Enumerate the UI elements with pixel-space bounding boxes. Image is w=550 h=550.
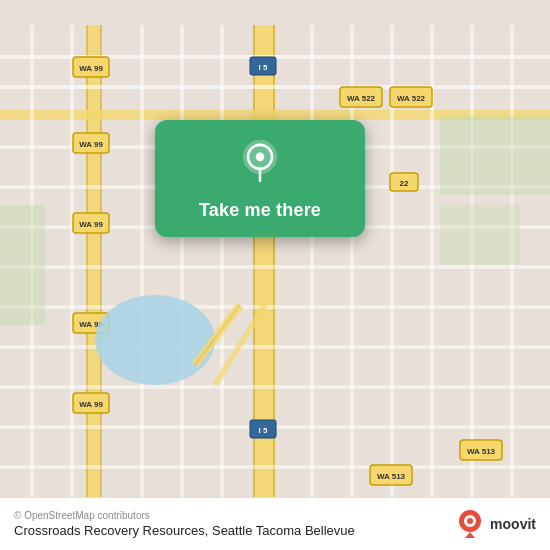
svg-text:WA 522: WA 522 (397, 94, 426, 103)
svg-rect-58 (440, 115, 550, 195)
svg-text:I 5: I 5 (259, 63, 268, 72)
svg-rect-16 (0, 385, 550, 389)
svg-rect-59 (440, 205, 520, 265)
svg-text:22: 22 (400, 179, 409, 188)
svg-rect-23 (220, 25, 224, 525)
svg-rect-4 (88, 25, 100, 525)
svg-text:WA 99: WA 99 (79, 400, 103, 409)
svg-rect-15 (0, 345, 550, 349)
svg-rect-29 (510, 25, 514, 525)
svg-rect-1 (255, 25, 273, 525)
bottom-left-info: © OpenStreetMap contributors Crossroads … (14, 510, 355, 538)
svg-point-65 (256, 153, 265, 162)
popup-card: Take me there (155, 120, 365, 237)
svg-text:WA 99: WA 99 (79, 64, 103, 73)
svg-rect-20 (70, 25, 74, 525)
svg-rect-2 (253, 25, 255, 525)
svg-rect-13 (0, 265, 550, 269)
bottom-bar: © OpenStreetMap contributors Crossroads … (0, 497, 550, 550)
svg-rect-22 (180, 25, 184, 525)
svg-rect-3 (273, 25, 275, 525)
svg-text:WA 513: WA 513 (377, 472, 406, 481)
map-container: WA 99 WA 99 WA 99 WA 99 WA 99 I 5 I 5 I … (0, 0, 550, 550)
svg-rect-21 (140, 25, 144, 525)
location-pin-icon (236, 138, 284, 186)
svg-rect-9 (0, 85, 550, 89)
copyright-text: © OpenStreetMap contributors (14, 510, 355, 521)
svg-rect-14 (0, 305, 550, 309)
svg-rect-24 (310, 25, 314, 525)
location-text: Crossroads Recovery Resources, Seattle T… (14, 523, 355, 538)
svg-rect-6 (100, 25, 102, 525)
svg-text:WA 513: WA 513 (467, 447, 496, 456)
svg-rect-5 (86, 25, 88, 525)
moovit-logo: moovit (454, 508, 536, 540)
map-background: WA 99 WA 99 WA 99 WA 99 WA 99 I 5 I 5 I … (0, 0, 550, 550)
svg-point-68 (467, 518, 473, 524)
svg-text:WA 99: WA 99 (79, 220, 103, 229)
svg-text:I 5: I 5 (259, 426, 268, 435)
moovit-brand-text: moovit (490, 516, 536, 532)
svg-text:WA 99: WA 99 (79, 140, 103, 149)
svg-rect-18 (0, 465, 550, 469)
svg-text:WA 522: WA 522 (347, 94, 376, 103)
svg-point-56 (95, 295, 215, 385)
take-me-there-button[interactable]: Take me there (199, 200, 321, 221)
svg-rect-57 (0, 205, 45, 325)
moovit-logo-icon (454, 508, 486, 540)
